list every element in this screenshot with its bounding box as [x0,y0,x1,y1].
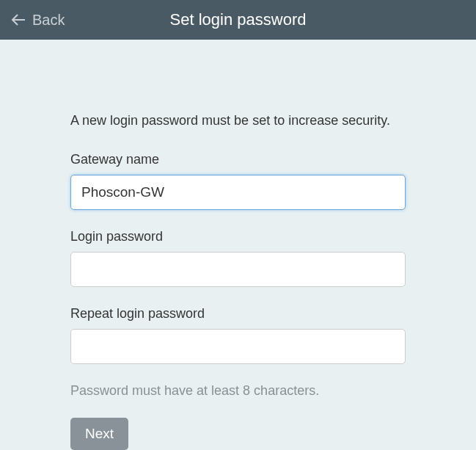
gateway-name-group: Gateway name [70,152,406,210]
gateway-name-input[interactable] [70,175,406,210]
header-bar: Back Set login password [0,0,476,40]
content-area: A new login password must be set to incr… [0,40,476,450]
back-button[interactable]: Back [10,12,65,29]
gateway-name-label: Gateway name [70,152,406,167]
repeat-password-input[interactable] [70,329,406,364]
next-button[interactable]: Next [70,418,128,450]
back-arrow-icon [10,12,26,27]
login-password-label: Login password [70,229,406,244]
intro-text: A new login password must be set to incr… [70,113,406,128]
login-password-input[interactable] [70,252,406,287]
back-label: Back [32,12,65,29]
repeat-password-group: Repeat login password [70,306,406,364]
password-hint: Password must have at least 8 characters… [70,383,406,399]
login-password-group: Login password [70,229,406,287]
repeat-password-label: Repeat login password [70,306,406,322]
page-title: Set login password [170,10,307,29]
